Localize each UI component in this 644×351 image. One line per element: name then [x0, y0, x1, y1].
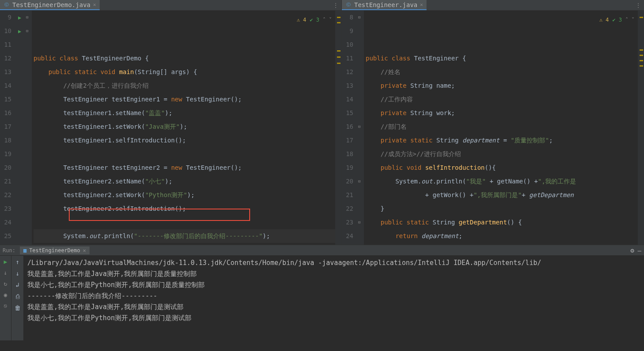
- warning-icon[interactable]: ⚠ 4: [297, 13, 307, 27]
- code-line[interactable]: public void selfIntroduction(){: [366, 161, 638, 175]
- code-line[interactable]: public static String getDepartment() {: [366, 216, 638, 229]
- code-line[interactable]: //创建2个员工，进行自我介绍: [34, 79, 335, 93]
- code-area-left[interactable]: 91011121314151617181920212223242526 ▶▶ ⊟…: [0, 11, 341, 245]
- code-line[interactable]: return department;: [366, 229, 638, 243]
- run-line-icon[interactable]: ▶: [18, 15, 21, 21]
- console-output[interactable]: /Library/Java/JavaVirtualMachines/jdk-11…: [24, 256, 644, 340]
- run-gutter: ▶▶: [16, 11, 26, 245]
- up-icon[interactable]: ↑: [15, 258, 19, 265]
- exit-icon[interactable]: ⎋: [4, 302, 7, 309]
- restart-icon[interactable]: ↻: [4, 280, 7, 287]
- ok-icon[interactable]: ✔ 3: [310, 13, 319, 27]
- fold-icon[interactable]: ⊟: [358, 220, 360, 224]
- line-number: 25: [344, 243, 353, 245]
- line-number: 25: [3, 229, 11, 243]
- rerun-icon[interactable]: ▶: [4, 258, 7, 265]
- close-icon[interactable]: ✕: [83, 247, 86, 254]
- code-line[interactable]: //部门名: [366, 120, 638, 134]
- code-line[interactable]: //成员方法>//进行自我介绍: [366, 147, 638, 161]
- wrap-icon[interactable]: ↲: [15, 281, 19, 288]
- code-line[interactable]: public class TestEngineer {: [366, 52, 638, 65]
- trash-icon[interactable]: 🗑: [15, 304, 21, 311]
- console-body: ▶ ↓ ↻ ◉ ⎋ ↑ ↓ ↲ ⎙ 🗑 /Library/Java/JavaVi…: [0, 256, 644, 340]
- code-line[interactable]: testEngineer1.selfIntroduction();: [34, 134, 335, 147]
- line-number: 14: [3, 79, 11, 93]
- line-number: 16: [3, 106, 11, 120]
- run-line-icon[interactable]: ▶: [18, 28, 21, 34]
- code-line[interactable]: }: [366, 243, 638, 245]
- code-line[interactable]: //工作内容: [366, 93, 638, 106]
- line-number: 21: [344, 188, 353, 202]
- line-number: 19: [3, 147, 11, 161]
- pane-menu-icon[interactable]: ⋮: [633, 2, 644, 9]
- inspection-indicators[interactable]: ⚠ 4 ✔ 3 ˄ ˅: [599, 13, 634, 27]
- fold-icon[interactable]: ⊟: [26, 15, 28, 19]
- marker-bar[interactable]: [335, 11, 341, 245]
- tab-label: TestEngineer.java: [354, 1, 417, 8]
- run-config-name: TestEngineerDemo: [29, 247, 80, 254]
- print-icon[interactable]: ⎙: [16, 293, 19, 300]
- tab-testengineer-demo[interactable]: Ⓒ TestEngineerDemo.java ✕: [0, 0, 100, 10]
- code-content[interactable]: ⚠ 4 ✔ 3 ˄ ˅ public class TestEngineer { …: [364, 11, 638, 245]
- nav-up-icon[interactable]: ˄: [625, 13, 628, 27]
- ok-icon[interactable]: ✔ 3: [612, 13, 622, 27]
- code-content[interactable]: ⚠ 4 ✔ 3 ˄ ˅ public class TestEngineerDem…: [32, 11, 335, 245]
- line-gutter: 8910111213141516171819202122232425: [342, 11, 358, 245]
- stop-icon[interactable]: ↓: [4, 269, 7, 276]
- line-number: 13: [344, 79, 353, 93]
- line-number: 26: [3, 243, 11, 245]
- java-file-icon: Ⓒ: [345, 2, 352, 8]
- code-area-right[interactable]: 8910111213141516171819202122232425 ⊟⊟⊟⊟ …: [342, 11, 644, 245]
- code-line[interactable]: }: [366, 202, 638, 216]
- fold-icon[interactable]: ⊟: [26, 29, 28, 33]
- code-line[interactable]: testEngineer1.setName("盖盖");: [34, 106, 335, 120]
- line-number: 9: [3, 11, 11, 24]
- code-line[interactable]: [34, 147, 335, 161]
- code-line[interactable]: testEngineer2.setName("小七");: [34, 175, 335, 188]
- line-number: 9: [344, 24, 353, 38]
- code-line[interactable]: TestEngineer testEngineer1 = new TestEng…: [34, 93, 335, 106]
- marker-bar[interactable]: [638, 11, 644, 245]
- code-line[interactable]: TestEngineer testEngineer2 = new TestEng…: [34, 161, 335, 175]
- code-line[interactable]: private String work;: [366, 106, 638, 120]
- run-config-tab[interactable]: ▦ TestEngineerDemo ✕: [20, 246, 90, 254]
- code-line[interactable]: + getWork() +",我所属部门是"+ getDepartmen: [366, 188, 638, 202]
- warning-icon[interactable]: ⚠ 4: [599, 13, 609, 27]
- code-line[interactable]: [34, 216, 335, 229]
- code-line[interactable]: //姓名: [366, 65, 638, 79]
- tab-testengineer[interactable]: Ⓒ TestEngineer.java ✕: [342, 0, 427, 10]
- tab-label: TestEngineerDemo.java: [12, 1, 90, 8]
- code-line[interactable]: public static void main(String[] args) {: [34, 65, 335, 79]
- close-icon[interactable]: ✕: [420, 2, 423, 7]
- fold-icon[interactable]: ⊟: [358, 15, 360, 19]
- code-line[interactable]: TestEngineer.setDepartment("测试部");: [34, 243, 335, 245]
- camera-icon[interactable]: ◉: [4, 291, 7, 298]
- run-label: Run:: [3, 247, 15, 254]
- code-line[interactable]: testEngineer2.selfIntroduction();: [34, 202, 335, 216]
- hide-icon[interactable]: —: [638, 247, 641, 254]
- line-number: 20: [344, 175, 353, 188]
- pane-menu-icon[interactable]: ⋮: [330, 2, 341, 9]
- close-icon[interactable]: ✕: [93, 2, 96, 7]
- line-number: 17: [344, 134, 353, 147]
- nav-down-icon[interactable]: ˅: [329, 13, 332, 27]
- code-line[interactable]: System.out.println("-------修改部门后的自我介绍---…: [34, 229, 335, 243]
- line-number: 14: [344, 93, 353, 106]
- fold-icon[interactable]: ⊟: [358, 179, 360, 183]
- code-line[interactable]: testEngineer1.setWork("Java测开");: [34, 120, 335, 134]
- tab-bar-right: Ⓒ TestEngineer.java ✕ ⋮: [342, 0, 644, 11]
- code-line[interactable]: System.out.println("我是" + getName() +",我…: [366, 175, 638, 188]
- nav-up-icon[interactable]: ˄: [323, 13, 326, 27]
- code-line[interactable]: private static String department = "质量控制…: [366, 134, 638, 147]
- line-number: 10: [344, 38, 353, 52]
- code-line[interactable]: private String name;: [366, 79, 638, 93]
- line-number: 12: [3, 52, 11, 65]
- code-line[interactable]: testEngineer2.setWork("Python测开");: [34, 188, 335, 202]
- fold-icon[interactable]: ⊟: [358, 124, 360, 129]
- settings-icon[interactable]: ⚙: [630, 247, 634, 254]
- inspection-indicators[interactable]: ⚠ 4 ✔ 3 ˄ ˅: [297, 13, 332, 27]
- nav-down-icon[interactable]: ˅: [632, 13, 634, 27]
- down-icon[interactable]: ↓: [15, 270, 19, 277]
- code-line[interactable]: public class TestEngineerDemo {: [34, 52, 335, 65]
- line-number: 18: [344, 147, 353, 161]
